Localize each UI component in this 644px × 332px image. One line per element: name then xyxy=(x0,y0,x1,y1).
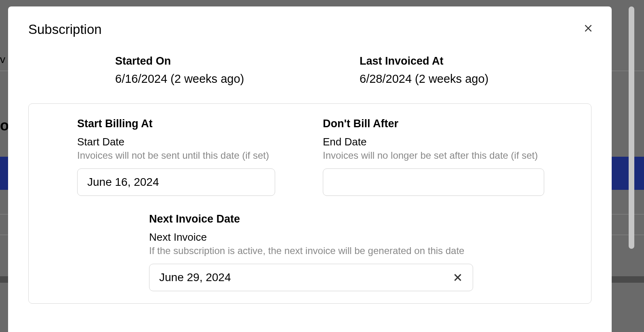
dont-bill-title: Don't Bill After xyxy=(323,118,544,130)
next-invoice-label: Next Invoice xyxy=(149,231,591,244)
last-invoiced-block: Last Invoiced At 6/28/2024 (2 weeks ago) xyxy=(360,55,488,86)
next-invoice-value: June 29, 2024 xyxy=(159,271,231,284)
close-icon xyxy=(452,272,463,283)
started-on-value: 6/16/2024 (2 weeks ago) xyxy=(115,72,360,86)
close-button[interactable] xyxy=(582,22,595,35)
close-icon xyxy=(583,23,593,34)
background-fragment: v xyxy=(0,53,5,66)
modal-title: Subscription xyxy=(28,22,102,37)
end-date-input[interactable] xyxy=(323,168,544,196)
start-date-label: Start Date xyxy=(77,136,323,148)
modal-header: Subscription xyxy=(8,22,612,37)
background-fragment: o xyxy=(0,117,9,134)
start-billing-title: Start Billing At xyxy=(77,118,323,130)
info-row: Started On 6/16/2024 (2 weeks ago) Last … xyxy=(8,55,612,86)
next-invoice-title: Next Invoice Date xyxy=(149,213,591,225)
started-on-label: Started On xyxy=(115,55,360,67)
clear-next-invoice-button[interactable] xyxy=(452,272,463,283)
start-date-input[interactable]: June 16, 2024 xyxy=(77,168,275,196)
last-invoiced-value: 6/28/2024 (2 weeks ago) xyxy=(360,72,488,86)
end-date-label: End Date xyxy=(323,136,544,148)
billing-section: Start Billing At Start Date Invoices wil… xyxy=(28,103,591,304)
start-date-help: Invoices will not be sent until this dat… xyxy=(77,150,323,161)
next-invoice-help: If the subscription is active, the next … xyxy=(149,245,591,256)
last-invoiced-label: Last Invoiced At xyxy=(360,55,488,67)
billing-row: Start Billing At Start Date Invoices wil… xyxy=(29,118,591,196)
subscription-modal: Subscription Started On 6/16/2024 (2 wee… xyxy=(8,6,612,332)
next-invoice-col: Next Invoice Date Next Invoice If the su… xyxy=(149,213,591,291)
started-on-block: Started On 6/16/2024 (2 weeks ago) xyxy=(115,55,360,86)
next-invoice-input[interactable]: June 29, 2024 xyxy=(149,264,473,291)
start-date-value: June 16, 2024 xyxy=(87,176,159,189)
scrollbar[interactable] xyxy=(629,6,634,249)
end-date-help: Invoices will no longer be set after thi… xyxy=(323,150,544,161)
start-billing-col: Start Billing At Start Date Invoices wil… xyxy=(77,118,323,196)
dont-bill-col: Don't Bill After End Date Invoices will … xyxy=(323,118,544,196)
